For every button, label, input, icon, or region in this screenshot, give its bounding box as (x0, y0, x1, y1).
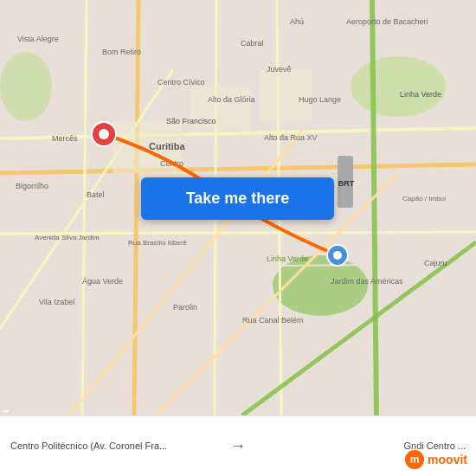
svg-text:Aeroporto de Bacacheri: Aeroporto de Bacacheri (346, 17, 428, 26)
svg-text:Bigorrilho: Bigorrilho (16, 182, 48, 190)
take-me-there-button[interactable]: Take me there (141, 177, 334, 220)
svg-text:São Francisco: São Francisco (166, 117, 216, 125)
svg-text:Capão / Imbuí: Capão / Imbuí (402, 195, 447, 203)
svg-text:Rua Canal Belém: Rua Canal Belém (242, 316, 304, 325)
svg-text:Avenida Silva Jardim: Avenida Silva Jardim (35, 234, 100, 241)
svg-text:Linha Verde: Linha Verde (267, 254, 308, 263)
svg-text:Curitiba: Curitiba (149, 141, 185, 151)
svg-text:Mercês: Mercês (52, 134, 78, 143)
map-view: BRT Vista Alegre Bom Retiro Centro Cívic… (0, 0, 476, 415)
svg-point-53 (333, 251, 342, 260)
svg-text:Alto da Glória: Alto da Glória (208, 95, 255, 104)
svg-text:Juvevê: Juvevê (267, 65, 292, 74)
osm-attribution (3, 410, 9, 412)
svg-text:Batel: Batel (87, 190, 105, 199)
svg-text:Vista Alegre: Vista Alegre (17, 35, 59, 43)
svg-text:Vila Izabel: Vila Izabel (39, 298, 74, 306)
svg-text:Água Verde: Água Verde (82, 277, 123, 286)
footer-origin: Centro Politécnico (Av. Coronel Fra... (10, 440, 223, 452)
svg-text:Alto da Rua XV: Alto da Rua XV (264, 133, 318, 142)
svg-text:Parolin: Parolin (173, 303, 197, 312)
moovit-logo: m moovit (405, 450, 467, 469)
svg-text:Linha Verde: Linha Verde (400, 90, 441, 99)
moovit-icon: m (405, 450, 424, 469)
svg-text:BRT: BRT (338, 179, 355, 188)
svg-text:Centro Cívico: Centro Cívico (158, 78, 205, 87)
svg-point-1 (351, 56, 446, 117)
moovit-text: moovit (428, 453, 467, 466)
svg-point-51 (99, 129, 109, 139)
svg-text:Cabral: Cabral (241, 39, 264, 48)
origin-label: Centro Politécnico (Av. Coronel Fra... (10, 440, 167, 452)
svg-point-2 (0, 52, 52, 121)
footer-bar: Centro Politécnico (Av. Coronel Fra... →… (0, 415, 476, 476)
svg-text:Cajuru: Cajuru (424, 259, 447, 267)
svg-text:Rua Brasílio Itiberê: Rua Brasílio Itiberê (128, 239, 188, 247)
svg-text:Hugo Lange: Hugo Lange (299, 95, 341, 104)
footer-arrow: → (223, 437, 253, 455)
svg-text:Ahú: Ahú (290, 17, 304, 26)
svg-text:Jardim das Américas: Jardim das Américas (331, 277, 403, 286)
svg-text:Bom Retiro: Bom Retiro (102, 48, 141, 56)
